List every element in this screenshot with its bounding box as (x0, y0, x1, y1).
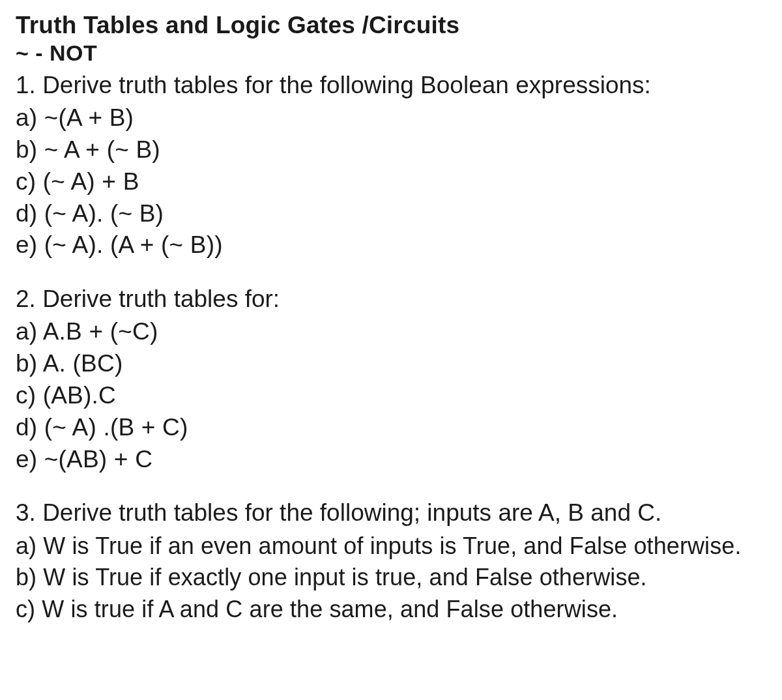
q1-item-d: d) (~ A). (~ B) (16, 198, 769, 230)
q2-item-d: d) (~ A) .(B + C) (16, 412, 769, 444)
q2-item-a: a) A.B + (~C) (16, 316, 769, 348)
q2-item-b: b) A. (BC) (16, 348, 769, 380)
q1-item-c: c) (~ A) + B (16, 166, 769, 198)
worksheet-title: Truth Tables and Logic Gates /Circuits (16, 12, 769, 39)
notation-note: ~ - NOT (16, 40, 769, 66)
question-2-block: 2. Derive truth tables for: a) A.B + (~C… (16, 284, 769, 475)
q1-item-a: a) ~(A + B) (16, 102, 769, 134)
q3-item-c: c) W is true if A and C are the same, an… (16, 594, 769, 626)
question-3-heading: 3. Derive truth tables for the following… (16, 497, 769, 529)
q2-item-c: c) (AB).C (16, 380, 769, 412)
question-1-heading: 1. Derive truth tables for the following… (16, 70, 769, 101)
question-3-block: 3. Derive truth tables for the following… (16, 497, 769, 625)
q2-item-e: e) ~(AB) + C (16, 444, 769, 476)
q3-item-a: a) W is True if an even amount of inputs… (16, 531, 769, 562)
q3-item-b: b) W is True if exactly one input is tru… (16, 562, 769, 594)
q1-item-e: e) (~ A). (A + (~ B)) (16, 229, 769, 261)
question-1-block: 1. Derive truth tables for the following… (16, 70, 769, 261)
q1-item-b: b) ~ A + (~ B) (16, 134, 769, 166)
question-2-heading: 2. Derive truth tables for: (16, 284, 769, 315)
